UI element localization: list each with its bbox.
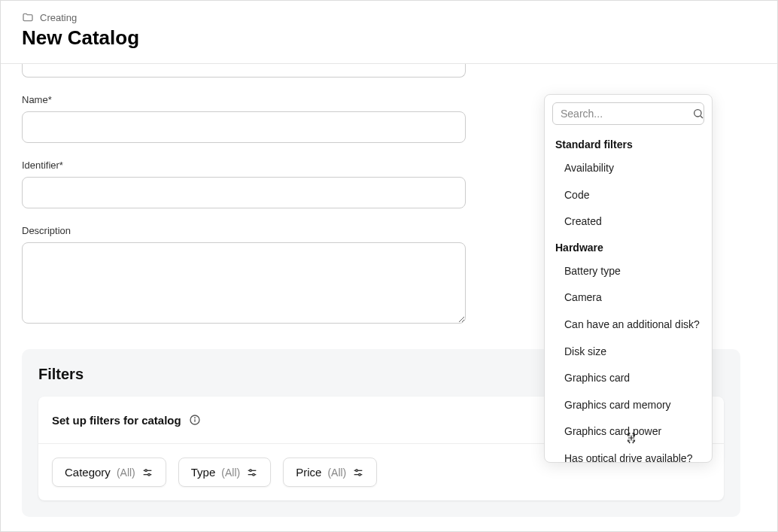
page-header: Creating New Catalog [1, 1, 777, 64]
partial-input-top[interactable] [22, 64, 466, 78]
main-content: Name* Identifier* Description Filters Se… [1, 64, 777, 532]
dropdown-item-graphics-card-memory[interactable]: Graphics card memory [545, 392, 712, 419]
form-area: Name* Identifier* Description [22, 64, 466, 327]
sliders-icon [246, 467, 258, 479]
dropdown-item-battery-type[interactable]: Battery type [545, 258, 712, 285]
filter-chip-price[interactable]: Price (All) [283, 458, 377, 487]
dropdown-item-code[interactable]: Code [545, 182, 712, 209]
svg-line-18 [701, 116, 703, 118]
identifier-label: Identifier* [22, 160, 466, 171]
dropdown-item-camera[interactable]: Camera [545, 284, 712, 312]
description-textarea[interactable] [22, 242, 466, 324]
name-label: Name* [22, 94, 466, 105]
sliders-icon [141, 467, 153, 479]
form-group-name: Name* [22, 94, 466, 143]
breadcrumb: Creating [22, 11, 756, 23]
dropdown-item-additional-disk[interactable]: Can have an additional disk? [545, 312, 712, 339]
chip-label: Type [191, 466, 216, 479]
chip-label: Category [65, 466, 111, 479]
svg-point-14 [356, 470, 358, 472]
dropdown-group-header: Standard filters [545, 132, 712, 155]
form-group-description: Description [22, 225, 466, 327]
dropdown-item-disk-size[interactable]: Disk size [545, 339, 712, 366]
description-label: Description [22, 225, 466, 236]
dropdown-group-header: Hardware [545, 236, 712, 258]
setup-filters-text: Set up filters for catalog [52, 414, 181, 427]
svg-point-17 [694, 110, 701, 117]
filters-header-left: Set up filters for catalog [52, 414, 201, 427]
dropdown-item-graphics-card[interactable]: Graphics card [545, 365, 712, 392]
search-wrapper [552, 102, 704, 125]
dropdown-item-created[interactable]: Created [545, 208, 712, 236]
filter-chip-type[interactable]: Type (All) [178, 458, 271, 487]
filter-dropdown-panel: Standard filters Availability Code Creat… [544, 94, 713, 463]
svg-point-2 [194, 418, 195, 418]
dropdown-item-availability[interactable]: Availability [545, 155, 712, 182]
chip-label: Price [296, 466, 321, 479]
chip-scope: (All) [327, 467, 346, 479]
folder-icon [22, 11, 34, 23]
search-input[interactable] [561, 108, 692, 120]
name-input[interactable] [22, 111, 466, 143]
dropdown-search-container [545, 95, 712, 132]
svg-point-12 [253, 473, 255, 476]
dropdown-list[interactable]: Standard filters Availability Code Creat… [545, 132, 712, 462]
form-group-identifier: Identifier* [22, 160, 466, 208]
filter-chip-category[interactable]: Category (All) [52, 458, 166, 487]
identifier-input[interactable] [22, 177, 466, 208]
sliders-icon [352, 467, 364, 479]
svg-point-16 [359, 473, 361, 476]
page-title: New Catalog [22, 26, 756, 50]
breadcrumb-label: Creating [40, 12, 77, 23]
dropdown-item-optical-drive[interactable]: Has optical drive available? [545, 445, 712, 462]
chip-scope: (All) [117, 467, 135, 479]
dropdown-item-graphics-card-power[interactable]: Graphics card power [545, 418, 712, 445]
search-icon [692, 108, 704, 120]
chip-scope: (All) [221, 467, 240, 479]
svg-point-8 [147, 473, 150, 476]
svg-point-6 [144, 470, 147, 472]
svg-point-10 [250, 470, 252, 472]
info-icon[interactable] [189, 414, 201, 426]
